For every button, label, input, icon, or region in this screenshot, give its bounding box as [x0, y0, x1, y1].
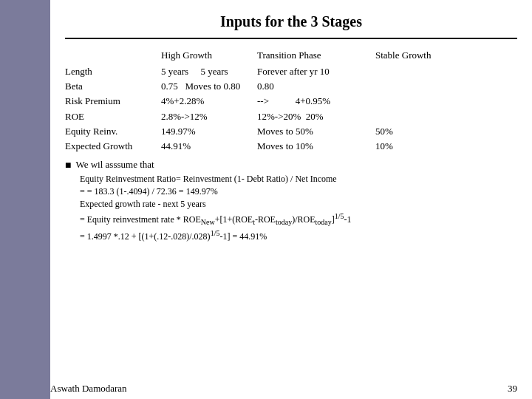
- header-high-growth: High Growth: [161, 48, 257, 63]
- table-row: Expected Growth 44.91% Moves to 10% 10%: [65, 139, 517, 154]
- bullet-header-text: We wil asssume that: [75, 158, 154, 171]
- table-row: Risk Premium 4%+2.28% --> 4+0.95%: [65, 94, 517, 109]
- footer-author: Aswath Damodaran: [50, 383, 127, 395]
- row-label: Beta: [65, 79, 161, 94]
- table-row: Equity Reinv. 149.97% Moves to 50% 50%: [65, 124, 517, 139]
- row-tp: Forever after yr 10: [257, 64, 375, 79]
- content-body: High Growth Transition Phase Stable Grow…: [50, 39, 532, 380]
- row-sg: [375, 79, 434, 94]
- header-stable-growth: Stable Growth: [375, 48, 434, 63]
- row-hg: 5 years 5 years: [161, 64, 257, 79]
- row-sg: 10%: [375, 139, 434, 154]
- row-sg: [375, 64, 434, 79]
- sidebar-bar: [0, 0, 50, 399]
- row-hg: 4%+2.28%: [161, 94, 257, 109]
- row-label: Equity Reinv.: [65, 124, 161, 139]
- row-tp: 0.80: [257, 79, 375, 94]
- row-tp: Moves to 10%: [257, 139, 375, 154]
- row-tp: 12%->20% 20%: [257, 109, 375, 124]
- header-label: [65, 48, 161, 63]
- table-row: Beta 0.75 Moves to 0.80 0.80: [65, 79, 517, 94]
- bullet-line-3: Expected growth rate - next 5 years: [80, 198, 517, 211]
- row-hg: 149.97%: [161, 124, 257, 139]
- page: Inputs for the 3 Stages High Growth Tran…: [0, 0, 532, 399]
- page-title: Inputs for the 3 Stages: [65, 13, 517, 30]
- bullet-line-2: = = 183.3 (1-.4094) / 72.36 = 149.97%: [80, 185, 517, 198]
- row-hg: 2.8%->12%: [161, 109, 257, 124]
- main-content: Inputs for the 3 Stages High Growth Tran…: [50, 0, 532, 380]
- header-transition: Transition Phase: [257, 48, 375, 63]
- footer-page-number: 39: [508, 383, 517, 395]
- row-label: Expected Growth: [65, 139, 161, 154]
- row-label: Length: [65, 64, 161, 79]
- row-sg: [375, 109, 434, 124]
- title-area: Inputs for the 3 Stages: [50, 0, 532, 38]
- table-row: Length 5 years 5 years Forever after yr …: [65, 64, 517, 79]
- row-hg: 0.75 Moves to 0.80: [161, 79, 257, 94]
- row-label: Risk Premium: [65, 94, 161, 109]
- bullet-line-1: Equity Reinvestment Ratio= Reinvestment …: [80, 173, 517, 185]
- row-hg: 44.91%: [161, 139, 257, 154]
- bullet-section: ■ We wil asssume that Equity Reinvestmen…: [65, 158, 517, 243]
- footer: Aswath Damodaran 39: [0, 380, 532, 399]
- row-sg: [375, 94, 434, 109]
- row-sg: 50%: [375, 124, 434, 139]
- row-tp: --> 4+0.95%: [257, 94, 375, 109]
- bullet-line-4: = Equity reinvestment rate * ROENew+[1+(…: [80, 211, 517, 228]
- table-header-row: High Growth Transition Phase Stable Grow…: [65, 48, 517, 63]
- row-tp: Moves to 50%: [257, 124, 375, 139]
- table-row: ROE 2.8%->12% 12%->20% 20%: [65, 109, 517, 124]
- bullet-header: ■ We wil asssume that: [65, 158, 517, 173]
- data-table: High Growth Transition Phase Stable Grow…: [65, 48, 517, 154]
- bullet-icon: ■: [65, 158, 71, 173]
- bullet-line-5: = 1.4997 *.12 + [(1+(.12-.028)/.028)1/5-…: [80, 228, 517, 243]
- bullet-content: Equity Reinvestment Ratio= Reinvestment …: [80, 173, 517, 243]
- row-label: ROE: [65, 109, 161, 124]
